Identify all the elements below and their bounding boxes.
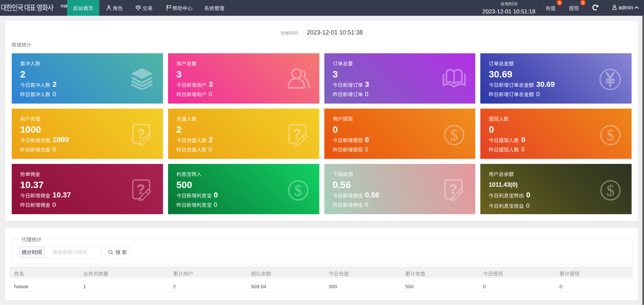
svg-text:$: $ (450, 127, 458, 144)
svg-text:?: ? (293, 126, 302, 142)
svg-text:?: ? (449, 181, 458, 197)
svg-text:?: ? (137, 181, 145, 197)
svg-text:$: $ (607, 182, 614, 199)
svg-text:$: $ (294, 182, 302, 199)
svg-text:$: $ (607, 127, 614, 144)
svg-text:?: ? (137, 126, 145, 142)
